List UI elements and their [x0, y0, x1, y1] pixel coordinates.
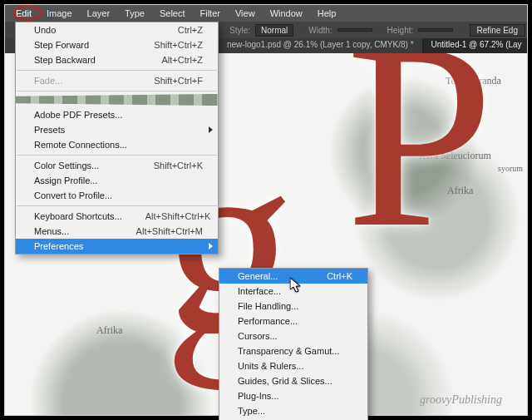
prefs-guides[interactable]: Guides, Grid & Slices...: [219, 373, 367, 388]
edit-color-settings[interactable]: Color Settings...Shift+Ctrl+K: [16, 158, 218, 173]
menu-window[interactable]: Window: [263, 6, 310, 21]
prefs-transparency[interactable]: Transparency & Gamut...: [219, 343, 367, 358]
edit-keyboard-shortcuts[interactable]: Keyboard Shortcuts...Alt+Shift+Ctrl+K: [16, 209, 218, 224]
menu-edit[interactable]: Edit: [8, 6, 39, 21]
prefs-general[interactable]: General...Ctrl+K: [219, 269, 367, 284]
chevron-right-icon: [209, 243, 213, 250]
artwork-letter-p: P: [346, 52, 494, 268]
document-tab[interactable]: new-logo1.psd @ 26.1% (Layer 1 copy, CMY…: [219, 38, 423, 53]
width-input[interactable]: [337, 28, 372, 32]
edit-convert-profile[interactable]: Convert to Profile...: [16, 188, 218, 203]
menu-view[interactable]: View: [228, 6, 263, 21]
prefs-type[interactable]: Type...: [219, 403, 367, 418]
map-label: Afrika: [96, 324, 122, 337]
menu-image[interactable]: Image: [39, 6, 80, 21]
prefs-file-handling[interactable]: File Handling...: [219, 299, 367, 314]
menu-help[interactable]: Help: [310, 6, 344, 21]
edit-step-backward[interactable]: Step BackwardAlt+Ctrl+Z: [16, 52, 218, 67]
height-input[interactable]: [418, 28, 453, 32]
style-label: Style:: [229, 26, 250, 35]
main-menubar: Edit Image Layer Type Select Filter View…: [5, 5, 527, 22]
map-label: syorum: [498, 164, 523, 173]
edit-presets[interactable]: Presets: [16, 122, 218, 137]
menu-layer[interactable]: Layer: [80, 6, 118, 21]
watermark: groovyPublishing: [420, 393, 502, 407]
height-label: Height:: [387, 26, 414, 35]
refine-edge-button[interactable]: Refine Edg: [470, 24, 525, 37]
style-select[interactable]: Normal: [255, 24, 293, 37]
prefs-cursors[interactable]: Cursors...: [219, 329, 367, 343]
edit-pdf-presets[interactable]: Adobe PDF Presets...: [16, 107, 218, 122]
prefs-performance[interactable]: Performance...: [219, 314, 367, 329]
menu-type[interactable]: Type: [117, 6, 152, 21]
prefs-units[interactable]: Units & Rulers...: [219, 358, 367, 373]
prefs-plugins[interactable]: Plug-Ins...: [219, 388, 367, 403]
edit-remote-connections[interactable]: Remote Connections...: [16, 137, 218, 152]
menu-select[interactable]: Select: [152, 6, 193, 21]
chevron-right-icon: [209, 126, 213, 133]
document-tab[interactable]: Untitled-1 @ 67.2% (Lay: [423, 38, 527, 53]
preferences-submenu: General...Ctrl+K Interface... File Handl…: [219, 268, 368, 420]
menu-torn-row: [16, 94, 218, 106]
edit-menu-dropdown: UndoCtrl+Z Step ForwardShift+Ctrl+Z Step…: [15, 22, 219, 254]
edit-fade: Fade...Shift+Ctrl+F: [16, 73, 218, 88]
edit-assign-profile[interactable]: Assign Profile...: [16, 173, 218, 188]
width-label: Width:: [308, 26, 332, 35]
prefs-interface[interactable]: Interface...: [219, 284, 367, 299]
edit-step-forward[interactable]: Step ForwardShift+Ctrl+Z: [16, 37, 218, 52]
menu-filter[interactable]: Filter: [193, 6, 228, 21]
edit-undo[interactable]: UndoCtrl+Z: [16, 22, 218, 37]
edit-menus[interactable]: Menus...Alt+Shift+Ctrl+M: [16, 224, 218, 239]
edit-preferences[interactable]: Preferences: [16, 239, 218, 254]
